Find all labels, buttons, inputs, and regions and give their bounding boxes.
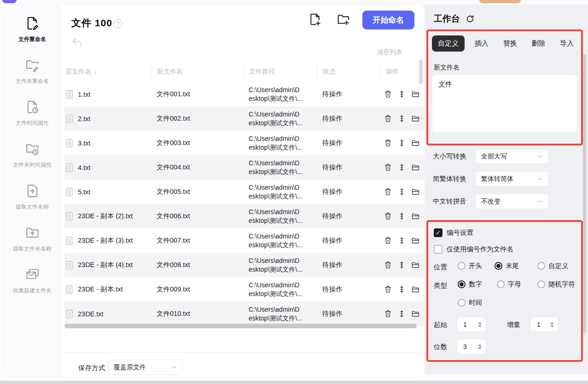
tab-替换[interactable]: 替换 <box>499 35 522 52</box>
start-number-input[interactable]: 1 <box>457 317 486 332</box>
table-row[interactable]: 1.txt 文件001.txt C:\Users\admin\Desktop\测… <box>64 82 425 106</box>
start-number-value[interactable]: 1 <box>463 321 467 328</box>
checkbox-unchecked-icon[interactable] <box>434 245 442 254</box>
delete-row-icon[interactable] <box>384 261 392 269</box>
only-number-checkbox[interactable]: 仅使用编号作为文件名 <box>434 245 513 254</box>
refresh-icon[interactable] <box>466 14 475 23</box>
sort-descending-icon[interactable]: ↓ <box>94 68 97 76</box>
clear-list-button[interactable]: 清空列表 <box>377 48 402 57</box>
table-row[interactable]: 23DE - 副本 (3).txt 文件007.txt C:\Users\adm… <box>64 228 425 253</box>
digits-input[interactable]: 3 <box>457 339 486 354</box>
radio-字母[interactable]: 字母 <box>497 280 521 289</box>
radio-开头[interactable]: 开头 <box>458 262 482 270</box>
delete-row-icon[interactable] <box>384 309 392 318</box>
sidebar-item-提取文件名称[interactable]: 提取文件名称 <box>5 183 60 211</box>
table-row[interactable]: 23DE - 副本 (2).txt 文件006.txt C:\Users\adm… <box>64 204 425 228</box>
sidebar-item-文件夹时间属性[interactable]: 文件夹时间属性 <box>5 141 60 169</box>
add-folder-icon[interactable] <box>337 12 350 26</box>
move-row-icon[interactable] <box>397 236 406 245</box>
sidebar-item-提取文件夹名称[interactable]: 提取文件夹名称 <box>5 225 60 253</box>
save-method-select[interactable]: 覆盖原文件 <box>108 360 183 375</box>
delete-row-icon[interactable] <box>384 236 392 245</box>
tab-插入[interactable]: 插入 <box>470 35 493 52</box>
delete-row-icon[interactable] <box>384 114 392 123</box>
column-header[interactable]: 原文件名↓ <box>64 64 151 80</box>
table-row[interactable]: 23DE.txt 文件010.txt C:\Users\admin\Deskto… <box>64 302 425 326</box>
open-folder-icon[interactable] <box>411 90 420 99</box>
radio-随机字符[interactable]: 随机字符 <box>537 280 575 289</box>
radio-unselected-icon[interactable] <box>458 299 466 307</box>
file-path-cell: C:\Users\admin\Desktop\测试文件\... <box>243 86 317 103</box>
move-row-icon[interactable] <box>397 285 406 294</box>
tab-删除[interactable]: 删除 <box>527 35 550 52</box>
move-row-icon[interactable] <box>397 309 406 318</box>
table-horizontal-scrollbar[interactable] <box>64 324 417 328</box>
table-row[interactable]: 23DE - 副本 (4).txt 文件008.txt C:\Users\adm… <box>64 253 425 277</box>
row-actions <box>380 285 425 294</box>
table-row[interactable]: 5.txt 文件005.txt C:\Users\admin\Desktop\测… <box>64 180 425 204</box>
open-folder-icon[interactable] <box>411 114 420 123</box>
radio-数字[interactable]: 数字 <box>458 280 482 289</box>
table-row[interactable]: 3.txt 文件003.txt C:\Users\admin\Desktop\测… <box>64 131 425 155</box>
increment-value[interactable]: 1 <box>537 321 541 328</box>
delete-row-icon[interactable] <box>384 90 392 99</box>
numbering-enable-checkbox[interactable]: ✓ 编号设置 <box>434 228 473 237</box>
open-folder-icon[interactable] <box>411 261 420 269</box>
table-row[interactable]: 23DE - 副本.txt 文件009.txt C:\Users\admin\D… <box>64 277 425 302</box>
radio-unselected-icon[interactable] <box>458 262 466 270</box>
start-rename-button[interactable]: 开始命名 <box>362 11 414 29</box>
open-folder-icon[interactable] <box>411 212 420 221</box>
open-folder-icon[interactable] <box>411 163 420 172</box>
radio-时间[interactable]: 时间 <box>458 298 482 307</box>
radio-selected-icon[interactable] <box>495 262 502 270</box>
new-filename-textarea[interactable]: 文件 <box>432 75 577 133</box>
sidebar-item-文件重命名[interactable]: 文件重命名 <box>5 16 60 43</box>
sidebar-item-文件时间属性[interactable]: 文件时间属性 <box>5 99 60 127</box>
spinner-arrows-icon[interactable] <box>478 322 482 327</box>
tab-自定义[interactable]: 自定义 <box>432 35 465 52</box>
select-中文转拼音[interactable]: 不改变 <box>475 194 549 209</box>
move-row-icon[interactable] <box>397 163 406 172</box>
delete-row-icon[interactable] <box>384 163 392 172</box>
move-row-icon[interactable] <box>397 187 406 196</box>
select-简繁体转换[interactable]: 繁体转简体 <box>475 171 549 186</box>
open-folder-icon[interactable] <box>411 285 420 294</box>
delete-row-icon[interactable] <box>384 139 392 147</box>
spinner-arrows-icon[interactable] <box>478 344 482 349</box>
increment-input[interactable]: 1 <box>530 317 558 332</box>
radio-unselected-icon[interactable] <box>537 280 545 288</box>
move-row-icon[interactable] <box>397 114 406 123</box>
add-file-icon[interactable] <box>308 12 322 26</box>
delete-row-icon[interactable] <box>384 285 392 294</box>
help-icon[interactable]: ? <box>114 19 122 28</box>
select-大小写转换[interactable]: 全部大写 <box>475 149 549 164</box>
checkbox-checked-icon[interactable]: ✓ <box>434 228 442 237</box>
file-table: 1.txt 文件001.txt C:\Users\admin\Desktop\测… <box>64 82 425 326</box>
move-row-icon[interactable] <box>397 212 406 221</box>
open-folder-icon[interactable] <box>411 187 420 196</box>
undo-icon[interactable] <box>70 36 84 50</box>
radio-unselected-icon[interactable] <box>537 262 545 270</box>
delete-row-icon[interactable] <box>384 187 392 196</box>
tab-导入[interactable]: 导入 <box>555 35 578 52</box>
column-header: 状态 <box>317 64 380 80</box>
digits-value[interactable]: 3 <box>463 343 467 350</box>
table-row[interactable]: 4.txt 文件004.txt C:\Users\admin\Desktop\测… <box>64 155 425 180</box>
workbench-title: 工作台 <box>434 13 460 25</box>
move-row-icon[interactable] <box>397 90 406 99</box>
move-row-icon[interactable] <box>397 261 406 269</box>
open-folder-icon[interactable] <box>411 236 420 245</box>
sidebar-item-文件夹重命名[interactable]: 文件夹重命名 <box>5 58 60 85</box>
radio-自定义[interactable]: 自定义 <box>537 262 569 270</box>
radio-末尾[interactable]: 末尾 <box>495 262 519 270</box>
radio-selected-icon[interactable] <box>458 280 466 288</box>
table-vertical-scrollbar[interactable] <box>419 60 423 84</box>
table-row[interactable]: 2.txt 文件002.txt C:\Users\admin\Desktop\测… <box>64 106 425 131</box>
open-folder-icon[interactable] <box>411 139 420 147</box>
open-folder-icon[interactable] <box>411 309 420 318</box>
sidebar-item-批量新建文件夹[interactable]: 批量新建文件夹 <box>5 267 60 295</box>
spinner-arrows-icon[interactable] <box>550 322 554 327</box>
move-row-icon[interactable] <box>397 139 406 147</box>
radio-unselected-icon[interactable] <box>497 280 505 288</box>
delete-row-icon[interactable] <box>384 212 392 221</box>
